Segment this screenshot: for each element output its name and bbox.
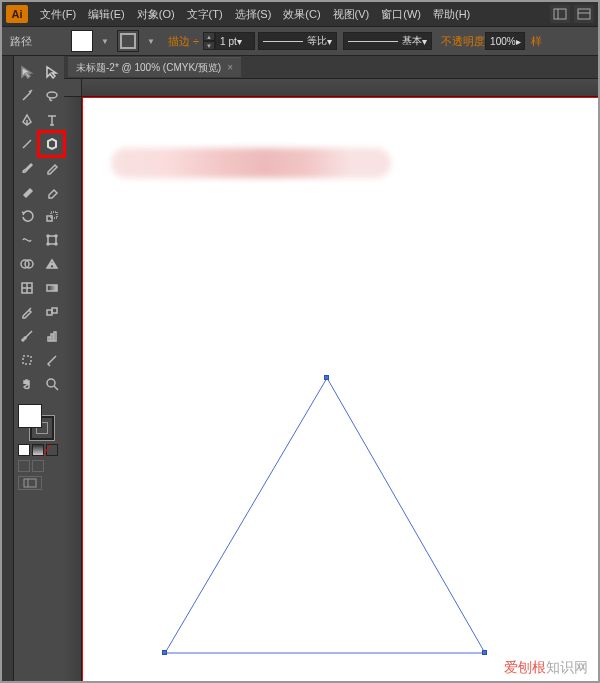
pencil-tool[interactable] [39, 156, 64, 180]
search-icon[interactable] [574, 5, 594, 23]
artboard-tool[interactable] [14, 348, 39, 372]
menu-window[interactable]: 窗口(W) [375, 7, 427, 22]
profile-label: 等比 [307, 34, 327, 48]
watermark: 爱刨根知识网 [504, 659, 588, 677]
anchor-right[interactable] [482, 650, 487, 655]
stroke-weight-input[interactable]: 1 pt ▾ [215, 32, 255, 50]
anchor-apex[interactable] [324, 375, 329, 380]
menu-view[interactable]: 视图(V) [327, 7, 376, 22]
menu-select[interactable]: 选择(S) [229, 7, 278, 22]
blend-tool[interactable] [39, 300, 64, 324]
eraser-tool[interactable] [39, 180, 64, 204]
profile-select[interactable]: 等比 ▾ [258, 32, 337, 50]
lasso-tool[interactable] [39, 84, 64, 108]
menu-object[interactable]: 对象(O) [131, 7, 181, 22]
path-label: 路径 [10, 34, 32, 49]
rotate-tool[interactable] [14, 204, 39, 228]
ruler-vertical[interactable] [64, 97, 82, 681]
hand-tool[interactable] [14, 372, 39, 396]
color-mode-gradient[interactable] [32, 444, 44, 456]
svg-line-29 [54, 386, 58, 390]
screen-mode-full[interactable] [32, 460, 44, 472]
graph-tool[interactable] [39, 324, 64, 348]
svg-line-32 [165, 378, 327, 653]
brush-select[interactable]: 基本 ▾ [343, 32, 432, 50]
type-tool[interactable] [39, 108, 64, 132]
stroke-swatch[interactable] [117, 30, 139, 52]
document-setup-button[interactable] [18, 476, 42, 490]
anchor-left[interactable] [162, 650, 167, 655]
opacity-label[interactable]: 不透明度 [441, 34, 485, 49]
line-tool[interactable] [14, 132, 39, 156]
magic-wand-tool[interactable] [14, 84, 39, 108]
menu-type[interactable]: 文字(T) [181, 7, 229, 22]
svg-rect-19 [47, 285, 57, 291]
document-tab-title: 未标题-2* @ 100% (CMYK/预览) [76, 61, 221, 75]
triangle-path[interactable] [165, 378, 495, 667]
pen-tool[interactable] [14, 108, 39, 132]
app-logo: Ai [6, 5, 28, 23]
menu-help[interactable]: 帮助(H) [427, 7, 476, 22]
opacity-input[interactable]: 100% ▸ [485, 32, 525, 50]
doc-area: 未标题-2* @ 100% (CMYK/预览) × [64, 56, 598, 681]
svg-rect-26 [54, 332, 56, 341]
ruler-horizontal[interactable] [82, 79, 598, 97]
perspective-grid-tool[interactable] [39, 252, 64, 276]
svg-marker-6 [48, 139, 56, 149]
essentials-icon[interactable] [550, 5, 570, 23]
eyedropper-tool[interactable] [14, 300, 39, 324]
document-tab[interactable]: 未标题-2* @ 100% (CMYK/预览) × [68, 57, 241, 77]
gradient-tool[interactable] [39, 276, 64, 300]
color-mode-solid[interactable] [18, 444, 30, 456]
selection-tool[interactable] [14, 60, 39, 84]
menu-effect[interactable]: 效果(C) [277, 7, 326, 22]
svg-rect-24 [48, 337, 50, 341]
svg-rect-30 [24, 479, 36, 487]
color-mode-none[interactable]: ∕ [46, 444, 58, 456]
shape-tool[interactable] [39, 132, 64, 156]
svg-line-34 [327, 378, 485, 653]
free-transform-tool[interactable] [39, 228, 64, 252]
fill-swatch[interactable] [71, 30, 93, 52]
stroke-label[interactable]: 描边 ÷ [168, 34, 199, 49]
svg-rect-21 [52, 308, 57, 313]
screen-mode-normal[interactable] [18, 460, 30, 472]
artboard[interactable] [82, 97, 598, 681]
symbol-sprayer-tool[interactable] [14, 324, 39, 348]
menubar: Ai 文件(F) 编辑(E) 对象(O) 文字(T) 选择(S) 效果(C) 视… [2, 2, 598, 26]
stroke-stepper[interactable]: ▲▼ [203, 32, 215, 50]
paintbrush-tool[interactable] [14, 156, 39, 180]
zoom-tool[interactable] [39, 372, 64, 396]
blurred-region [111, 148, 391, 178]
width-tool[interactable] [14, 228, 39, 252]
menu-edit[interactable]: 编辑(E) [82, 7, 131, 22]
fill-color-swatch[interactable] [18, 404, 42, 428]
canvas-view[interactable] [82, 97, 598, 681]
content-area: ∕ 未标题-2* @ 100% (CMYK/预览) × [2, 56, 598, 681]
watermark-suffix: 知识网 [546, 660, 588, 675]
watermark-brand: 爱刨根 [504, 660, 546, 675]
ruler-corner[interactable] [64, 79, 82, 97]
svg-rect-7 [47, 216, 52, 221]
brush-label: 基本 [402, 34, 422, 48]
stroke-weight-value: 1 pt [220, 36, 237, 47]
svg-rect-25 [51, 334, 53, 341]
fill-dropdown-icon[interactable]: ▼ [99, 30, 111, 52]
tab-bar: 未标题-2* @ 100% (CMYK/预览) × [64, 56, 598, 78]
scale-tool[interactable] [39, 204, 64, 228]
blob-brush-tool[interactable] [14, 180, 39, 204]
color-block: ∕ [14, 402, 64, 492]
shape-builder-tool[interactable] [14, 252, 39, 276]
fill-stroke-swatches[interactable] [18, 404, 54, 440]
mesh-tool[interactable] [14, 276, 39, 300]
toolbar: ∕ [14, 56, 64, 681]
menu-file[interactable]: 文件(F) [34, 7, 82, 22]
direct-selection-tool[interactable] [39, 60, 64, 84]
stroke-dropdown-icon[interactable]: ▼ [145, 30, 157, 52]
panel-dock-strip[interactable] [2, 56, 14, 681]
slice-tool[interactable] [39, 348, 64, 372]
style-label[interactable]: 样 [531, 34, 542, 49]
close-tab-icon[interactable]: × [227, 62, 233, 73]
svg-point-22 [22, 339, 24, 341]
svg-point-28 [47, 379, 55, 387]
